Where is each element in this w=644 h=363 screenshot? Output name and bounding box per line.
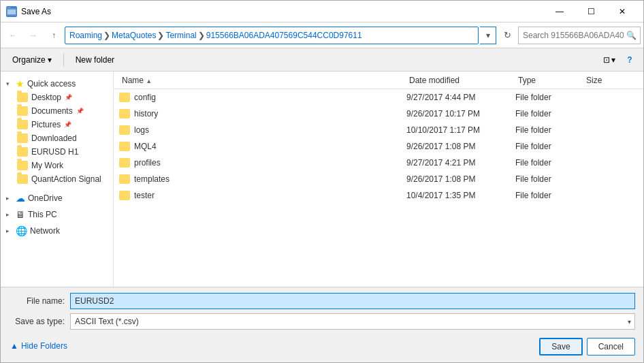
sidebar-item-thispc[interactable]: ▸ 🖥 This PC	[1, 205, 113, 221]
file-name: tester	[134, 191, 155, 200]
view-icon: ⊡	[603, 55, 610, 65]
file-date: 10/10/2017 1:17 PM	[406, 125, 515, 135]
sidebar-item-label: My Work	[31, 161, 63, 170]
minimize-button[interactable]: —	[544, 1, 575, 22]
sidebar-item-pictures[interactable]: Pictures 📌	[1, 118, 113, 131]
sidebar-item-onedrive[interactable]: ▸ ☁ OneDrive	[1, 189, 113, 205]
sort-arrow-icon: ▲	[146, 78, 152, 84]
file-name: profiles	[134, 158, 161, 168]
maximize-button[interactable]: ☐	[575, 1, 607, 22]
folder-icon	[119, 109, 130, 119]
svg-rect-1	[7, 7, 11, 8]
table-row[interactable]: profiles 9/27/2017 4:21 PM File folder	[114, 155, 643, 171]
column-header-name[interactable]: Name ▲	[119, 76, 406, 85]
view-button[interactable]: ⊡ ▾	[600, 52, 619, 68]
sidebar-item-label: Pictures	[31, 120, 61, 129]
organize-dropdown-icon: ▾	[48, 55, 52, 65]
folder-icon	[17, 93, 28, 102]
filetype-select-wrapper: ASCII Text (*.csv) CSV (*.csv) All Files…	[70, 313, 635, 330]
window-title: Save As	[21, 7, 544, 16]
sidebar-item-label: QuantAction Signal	[31, 174, 101, 184]
folder-icon	[119, 191, 130, 200]
table-row[interactable]: templates 9/26/2017 1:08 PM File folder	[114, 171, 643, 187]
table-row[interactable]: config 9/27/2017 4:44 PM File folder	[114, 89, 643, 106]
file-type: File folder	[515, 109, 583, 119]
quick-access-icon: ★	[16, 78, 25, 89]
table-row[interactable]: logs 10/10/2017 1:17 PM File folder	[114, 122, 643, 138]
chevron-right-icon: ▸	[6, 195, 13, 202]
breadcrumb-metaquotes[interactable]: MetaQuotes	[112, 31, 156, 40]
network-label: Network	[30, 226, 60, 236]
title-bar: Save As — ☐ ✕	[1, 1, 643, 22]
close-button[interactable]: ✕	[607, 1, 638, 22]
file-type: File folder	[515, 93, 583, 102]
address-path[interactable]: Roaming ❯ MetaQuotes ❯ Terminal ❯ 915566…	[65, 27, 479, 44]
filetype-label: Save as type:	[9, 317, 70, 326]
search-input[interactable]	[518, 27, 641, 44]
sidebar-item-eurusd[interactable]: EURUSD H1	[1, 145, 113, 159]
column-header-date[interactable]: Date modified	[406, 76, 515, 85]
quick-access-label: Quick access	[27, 79, 76, 89]
sidebar-item-quick-access[interactable]: ▾ ★ Quick access	[1, 74, 113, 91]
sidebar-item-network[interactable]: ▸ 🌐 Network	[1, 221, 113, 238]
new-folder-label: New folder	[76, 55, 114, 65]
forward-button[interactable]: →	[24, 26, 43, 45]
file-date: 9/27/2017 4:44 PM	[406, 93, 515, 102]
folder-icon	[17, 161, 28, 170]
sidebar-item-label: EURUSD H1	[31, 147, 78, 157]
up-button[interactable]: ↑	[44, 26, 63, 45]
sidebar-item-mywork[interactable]: My Work	[1, 159, 113, 172]
address-dropdown-button[interactable]: ▾	[480, 27, 496, 44]
file-type: File folder	[515, 158, 583, 168]
column-header-type[interactable]: Type	[515, 76, 583, 85]
save-as-dialog: Save As — ☐ ✕ ← → ↑ Roaming ❯ MetaQuotes…	[0, 0, 644, 363]
file-name: logs	[134, 125, 149, 135]
network-icon: 🌐	[16, 225, 27, 236]
sidebar-item-documents[interactable]: Documents 📌	[1, 104, 113, 118]
bottom-panel: File name: Save as type: ASCII Text (*.c…	[1, 287, 643, 362]
view-dropdown-icon: ▾	[611, 55, 615, 65]
table-row[interactable]: MQL4 9/26/2017 1:08 PM File folder	[114, 138, 643, 155]
hide-folders-icon: ▲	[10, 341, 18, 351]
folder-icon	[17, 133, 28, 143]
file-name: templates	[134, 174, 170, 184]
file-date: 9/27/2017 4:21 PM	[406, 158, 515, 168]
sidebar-item-quantaction[interactable]: QuantAction Signal	[1, 172, 113, 186]
organize-button[interactable]: Organize ▾	[6, 52, 58, 68]
sidebar-item-desktop[interactable]: Desktop 📌	[1, 91, 113, 104]
refresh-button[interactable]: ↻	[498, 26, 517, 45]
hide-folders-button[interactable]: ▲ Hide Folders	[9, 341, 67, 351]
breadcrumb-id[interactable]: 915566BA06ADA407569C544CC0D97611	[206, 31, 362, 40]
column-header-size[interactable]: Size	[583, 76, 638, 85]
pin-icon: 📌	[64, 121, 71, 128]
folder-icon	[119, 158, 130, 168]
file-type: File folder	[515, 191, 583, 200]
filetype-select[interactable]: ASCII Text (*.csv) CSV (*.csv) All Files…	[70, 313, 635, 330]
search-wrapper: 🔍	[518, 27, 641, 44]
file-name: MQL4	[134, 142, 157, 151]
table-row[interactable]: history 9/26/2017 10:17 PM File folder	[114, 106, 643, 122]
back-button[interactable]: ←	[3, 26, 22, 45]
filename-label: File name:	[9, 296, 70, 306]
sidebar-item-label: Documents	[31, 106, 73, 116]
sidebar-item-label: Downloaded	[31, 133, 77, 143]
cancel-button[interactable]: Cancel	[587, 338, 635, 356]
table-row[interactable]: tester 10/4/2017 1:35 PM File folder	[114, 187, 643, 204]
thispc-label: This PC	[28, 210, 57, 219]
new-folder-button[interactable]: New folder	[69, 52, 120, 68]
sidebar: ▾ ★ Quick access Desktop 📌 Documents 📌 P…	[1, 72, 114, 287]
search-icon: 🔍	[626, 31, 637, 40]
breadcrumb-terminal[interactable]: Terminal	[165, 31, 196, 40]
save-button[interactable]: Save	[539, 338, 582, 356]
file-date: 9/26/2017 10:17 PM	[406, 109, 515, 119]
filename-row: File name:	[9, 293, 635, 309]
breadcrumb-roaming[interactable]: Roaming	[69, 31, 102, 40]
sidebar-item-downloaded[interactable]: Downloaded	[1, 131, 113, 145]
folder-icon	[119, 125, 130, 135]
help-button[interactable]: ?	[622, 52, 638, 68]
toolbar-separator	[63, 53, 64, 67]
onedrive-icon: ☁	[16, 193, 25, 204]
folder-icon	[119, 93, 130, 102]
filename-input[interactable]	[70, 293, 635, 309]
folder-icon	[17, 174, 28, 184]
